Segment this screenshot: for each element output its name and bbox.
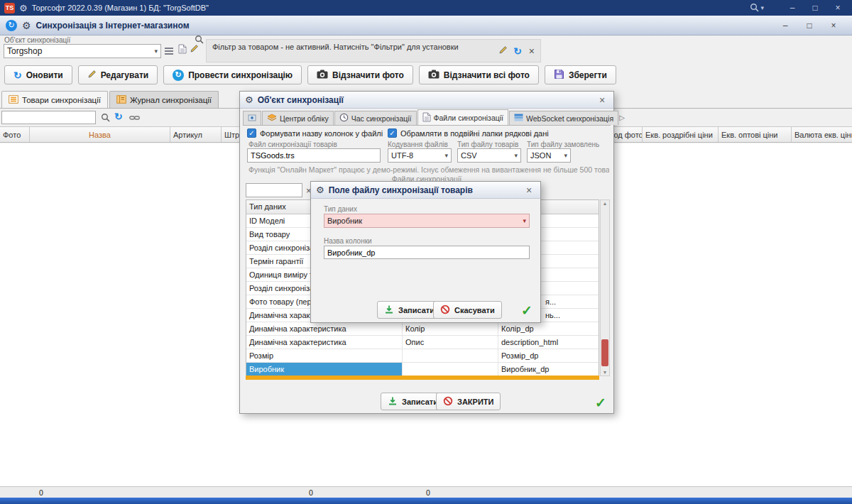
sync-window-icon: ↻ — [6, 20, 17, 31]
mark-all-photo-button[interactable]: Відзначити всі фото — [419, 65, 539, 84]
document-icon — [422, 112, 431, 124]
layers-icon — [267, 114, 277, 124]
tab-sync-files[interactable]: Файли синхронізації — [417, 109, 509, 125]
app-logo-icon: TS — [4, 3, 15, 13]
refresh-icon[interactable]: ↻ — [114, 111, 123, 122]
app-title: Торгсофт 2022.0.39 (Магазин 1) БД: "Torg… — [32, 4, 209, 12]
scrollbar-thumb[interactable] — [601, 339, 608, 366]
edit-button[interactable]: Редагувати — [78, 65, 158, 84]
tab-products-label: Товари синхронізації — [22, 96, 101, 104]
column-header-eq-retail[interactable]: Екв. роздрібні ціни — [643, 127, 719, 142]
horizontal-scrollbar[interactable] — [246, 376, 599, 380]
data-type-combobox[interactable]: Виробник ▾ — [324, 214, 530, 228]
column-header-article[interactable]: Артикул — [170, 127, 222, 142]
cancel-button[interactable]: Скасувати — [433, 301, 502, 319]
filter-refresh-icon[interactable]: ↻ — [513, 45, 522, 57]
search-icon[interactable] — [195, 35, 204, 44]
panel-icon — [248, 114, 256, 124]
refresh-button[interactable]: ↻ Оновити — [4, 65, 72, 84]
list-view-icon[interactable] — [164, 47, 174, 55]
camera-icon — [428, 70, 439, 81]
tab-centers-label: Центри обліку — [280, 114, 329, 123]
app-window: TS ⚙ Торгсофт 2022.0.39 (Магазин 1) БД: … — [0, 0, 852, 504]
tab-accounting-centers[interactable]: Центри обліку — [262, 111, 334, 125]
minimize-button[interactable]: – — [777, 21, 794, 31]
new-document-icon[interactable] — [178, 44, 187, 54]
form-column-names-checkbox[interactable]: ✓ Формувати назву колонок у файлі — [247, 128, 383, 138]
gear-icon: ⚙ — [316, 185, 324, 195]
sync-object-label: Об'єкт синхронізації — [4, 36, 70, 44]
fields-search-input[interactable] — [246, 183, 302, 197]
filter-edit-icon[interactable] — [498, 45, 508, 55]
encoding-combobox[interactable]: UTF-8 ▾ — [388, 148, 452, 163]
orders-file-type-value: JSON — [530, 151, 551, 160]
restore-button[interactable]: □ — [801, 21, 818, 31]
save-label: Зберегти — [569, 70, 607, 80]
run-sync-label: Провести синхронізацію — [188, 70, 293, 80]
quote-strings-checkbox[interactable]: ✓ Обрамляти в подвійні лапки рядкові дан… — [388, 128, 549, 138]
tab-scroll-right-icon[interactable]: ▷ — [619, 114, 625, 121]
orders-file-type-combobox[interactable]: JSON ▾ — [527, 148, 571, 163]
edit-label: Редагувати — [101, 70, 149, 80]
close-button[interactable]: × — [828, 1, 848, 14]
save-fields-label: Записати — [402, 398, 438, 406]
chevron-down-icon: ▾ — [760, 4, 764, 11]
run-sync-button[interactable]: ↻ Провести синхронізацію — [163, 65, 302, 84]
status-bar: 0 0 0 — [0, 486, 852, 498]
main-tab-bar: Товари синхронізації Журнал синхронізаці… — [1, 91, 219, 108]
cancel-label: Скасувати — [454, 306, 495, 314]
goods-file-type-combobox[interactable]: CSV ▾ — [457, 148, 521, 163]
save-button[interactable]: Зберегти — [545, 65, 616, 84]
tab-hidden[interactable] — [243, 111, 261, 125]
list-icon — [9, 95, 18, 105]
mark-photo-button[interactable]: Відзначити фото — [307, 65, 413, 84]
filter-clear-icon[interactable]: × — [529, 45, 535, 57]
table-row[interactable]: Динамічна характеристикаКолірКолір_dp — [246, 322, 599, 336]
save-field-button[interactable]: Записати — [377, 301, 442, 319]
sync-object-combobox[interactable]: Torgshop ▾ — [4, 44, 161, 58]
file-name-label: Файл синхронізації товарів — [248, 141, 337, 148]
column-name-input[interactable] — [324, 246, 530, 259]
link-icon[interactable] — [129, 114, 140, 124]
gear-icon: ⚙ — [245, 95, 253, 104]
scroll-down-icon[interactable]: ▼ — [601, 370, 609, 375]
demo-mode-note: Функція "Онлайн Маркет" працює у демо-ре… — [248, 165, 609, 174]
close-dialog-button[interactable]: ЗАКРИТИ — [436, 393, 501, 410]
close-button[interactable]: × — [825, 21, 842, 31]
cancel-circle-icon — [440, 305, 450, 316]
clock-icon — [339, 113, 349, 124]
refresh-icon: ↻ — [13, 70, 22, 80]
status-count-2: 0 — [309, 488, 313, 497]
table-row[interactable]: Динамічна характеристикаОписdescription_… — [246, 336, 599, 349]
websocket-icon — [514, 114, 523, 123]
products-search-input[interactable] — [1, 111, 96, 124]
tab-sync-time[interactable]: Час синхронізації — [334, 111, 417, 125]
edit-pencil-icon[interactable] — [190, 44, 199, 53]
dialog-close-button[interactable]: × — [596, 94, 608, 106]
column-header-eq-currency[interactable]: Валюта екв. ціни — [792, 127, 852, 142]
encoding-label: Кодування файлів — [388, 141, 448, 148]
table-row-selected[interactable]: ВиробникВиробник_dp — [246, 363, 599, 376]
vertical-scrollbar[interactable]: ▲ ▼ — [600, 199, 610, 376]
cancel-circle-icon — [443, 396, 453, 407]
sync-file-input[interactable] — [247, 148, 381, 163]
search-icon[interactable] — [101, 113, 110, 124]
global-search-button[interactable]: ▾ — [750, 3, 764, 13]
dialog-close-button[interactable]: × — [523, 185, 535, 196]
dialog-title: Об'єкт синхронізації — [258, 95, 344, 105]
dialog-titlebar[interactable]: ⚙ Об'єкт синхронізації × — [240, 92, 613, 109]
dialog-titlebar[interactable]: ⚙ Поле файлу синхронізації товарів × — [311, 182, 540, 199]
column-header-photo[interactable]: Фото — [0, 127, 30, 142]
search-icon — [750, 3, 759, 13]
refresh-label: Оновити — [26, 70, 63, 80]
column-header-eq-wholesale[interactable]: Екв. оптові ціни — [719, 127, 792, 142]
table-row[interactable]: РозмірРозмір_dp — [246, 349, 599, 363]
maximize-button[interactable]: □ — [805, 1, 825, 14]
filter-status-text: Фільтр за товаром - не активний. Натисні… — [212, 43, 459, 51]
column-header-name[interactable]: Назва — [30, 127, 170, 142]
tab-websocket-sync[interactable]: WebSocket синхронізація — [509, 111, 618, 125]
tab-products-sync[interactable]: Товари синхронізації — [1, 91, 108, 108]
tab-sync-journal[interactable]: Журнал синхронізації — [109, 91, 219, 108]
minimize-button[interactable]: – — [782, 1, 802, 14]
scroll-up-icon[interactable]: ▲ — [601, 201, 609, 206]
